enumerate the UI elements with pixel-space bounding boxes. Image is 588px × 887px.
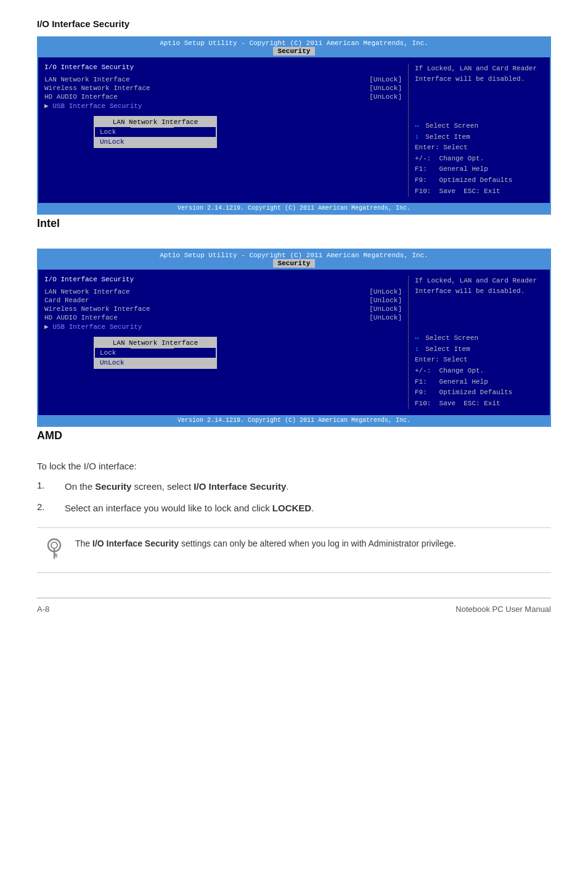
bios-help-text-intel: If Locked, LAN and Card ReaderInterface … <box>415 64 544 84</box>
step-1-num: 1. <box>37 480 52 490</box>
bios-popup-amd: LAN Network Interface Lock UnLock <box>94 337 217 369</box>
note-icon <box>43 537 65 564</box>
bios-amd-item-cardreader-label: Card Reader <box>44 297 89 304</box>
bios-popup-intel: LAN Network Interface Lock UnLock <box>94 116 217 148</box>
bios-header-amd: Aptio Setup Utility - Copyright (C) 2011… <box>38 250 550 270</box>
bios-header-text: Aptio Setup Utility - Copyright (C) 2011… <box>160 39 428 47</box>
bios-amd-item-hdaudio-label: HD AUDIO Interface <box>44 314 118 321</box>
bios-item-hdaudio: HD AUDIO Interface [UnLock] <box>44 93 402 101</box>
step-2-num: 2. <box>37 501 52 512</box>
bios-amd-item-wireless-label: Wireless Network Interface <box>44 305 150 313</box>
bios-body-intel: I/O Interface Security LAN Network Inter… <box>38 57 550 203</box>
bios-help-text-amd: If Locked, LAN and Card ReaderInterface … <box>415 276 544 296</box>
bios-amd-item-lan: LAN Network Interface [UnLock] <box>44 288 402 295</box>
bios-tab-amd: Security <box>273 259 316 268</box>
instruction-step-2: 2. Select an interface you would like to… <box>37 501 551 516</box>
bios-section-label-amd: I/O Interface Security <box>44 276 402 283</box>
instructions-list: 1. On the Security screen, select I/O In… <box>37 480 551 515</box>
svg-point-1 <box>51 542 57 548</box>
bios-header-text-amd: Aptio Setup Utility - Copyright (C) 2011… <box>160 252 428 259</box>
bios-footer-amd: Version 2.14.1219. Copyright (C) 2011 Am… <box>38 415 550 426</box>
bios-amd-item-lan-label: LAN Network Interface <box>44 288 130 295</box>
bios-popup-lock-intel[interactable]: Lock <box>95 127 216 137</box>
bios-popup-unlock-amd[interactable]: UnLock <box>95 358 216 368</box>
section-title: I/O Interface Security <box>37 19 551 29</box>
bios-item-usb: USB Interface Security <box>44 102 402 110</box>
bios-popup-title-intel: LAN Network Interface <box>95 117 216 127</box>
bios-amd-item-usb: USB Interface Security <box>44 323 402 331</box>
instructions-intro: To lock the I/O interface: <box>37 461 551 471</box>
bios-item-wireless: Wireless Network Interface [UnLock] <box>44 85 402 92</box>
step-1-text: On the Security screen, select I/O Inter… <box>65 480 289 494</box>
note-text: The I/O Interface Security settings can … <box>75 537 456 550</box>
bios-popup-row-amd: LAN Network Interface Lock UnLock <box>44 337 402 369</box>
bios-left-amd: I/O Interface Security LAN Network Inter… <box>44 276 408 409</box>
note-box: The I/O Interface Security settings can … <box>37 527 551 573</box>
bios-item-lan: LAN Network Interface [UnLock] <box>44 76 402 83</box>
bios-header-intel: Aptio Setup Utility - Copyright (C) 2011… <box>38 38 550 57</box>
bios-amd-item-cardreader: Card Reader [Unlock] <box>44 297 402 304</box>
bios-keys-intel: ↔ Select Screen ↕ Select Item Enter: Sel… <box>415 121 544 197</box>
bios-amd-item-wireless-value: [UnLock] <box>369 305 402 313</box>
bios-item-wireless-label: Wireless Network Interface <box>44 85 150 92</box>
bios-amd-item-hdaudio: HD AUDIO Interface [UnLock] <box>44 314 402 321</box>
bios-item-lan-value: [UnLock] <box>369 76 402 83</box>
bios-item-usb-label: USB Interface Security <box>44 102 142 110</box>
instructions-section: To lock the I/O interface: 1. On the Sec… <box>37 461 551 515</box>
page-footer: A-8 Notebook PC User Manual <box>37 598 551 614</box>
bios-section-label-intel: I/O Interface Security <box>44 64 402 71</box>
bios-footer-intel: Version 2.14.1219. Copyright (C) 2011 Am… <box>38 203 550 213</box>
instruction-step-1: 1. On the Security screen, select I/O In… <box>37 480 551 494</box>
bios-item-hdaudio-label: HD AUDIO Interface <box>44 93 118 101</box>
platform-intel-label: Intel <box>37 217 551 230</box>
platform-amd-label: AMD <box>37 429 551 442</box>
bios-popup-unlock-intel[interactable]: UnLock <box>95 137 216 147</box>
bios-keys-amd: ↔ Select Screen ↕ Select Item Enter: Sel… <box>415 333 544 409</box>
bios-right-intel: If Locked, LAN and Card ReaderInterface … <box>408 64 544 197</box>
bios-screen-amd: Aptio Setup Utility - Copyright (C) 2011… <box>37 249 551 427</box>
bios-left-intel: I/O Interface Security LAN Network Inter… <box>44 64 408 197</box>
bios-popup-title-amd: LAN Network Interface <box>95 338 216 348</box>
step-2-text: Select an interface you would like to lo… <box>65 501 314 516</box>
bios-item-wireless-value: [UnLock] <box>369 85 402 92</box>
bios-popup-lock-amd[interactable]: Lock <box>95 348 216 358</box>
bios-amd-item-hdaudio-value: [UnLock] <box>369 314 402 321</box>
bios-item-hdaudio-value: [UnLock] <box>369 93 402 101</box>
bios-amd-item-cardreader-value: [Unlock] <box>369 297 402 304</box>
footer-right: Notebook PC User Manual <box>455 604 551 614</box>
bios-body-amd: I/O Interface Security LAN Network Inter… <box>38 270 550 415</box>
bios-popup-row-intel: LAN Network Interface Lock UnLock <box>44 116 402 148</box>
bios-amd-item-wireless: Wireless Network Interface [UnLock] <box>44 305 402 313</box>
footer-left: A-8 <box>37 604 49 614</box>
bios-tab-intel: Security <box>273 47 316 56</box>
bios-screen-intel: Aptio Setup Utility - Copyright (C) 2011… <box>37 36 551 215</box>
bios-item-lan-label: LAN Network Interface <box>44 76 130 83</box>
bios-amd-item-usb-label: USB Interface Security <box>44 323 142 331</box>
bios-amd-item-lan-value: [UnLock] <box>369 288 402 295</box>
bios-right-amd: If Locked, LAN and Card ReaderInterface … <box>408 276 544 409</box>
